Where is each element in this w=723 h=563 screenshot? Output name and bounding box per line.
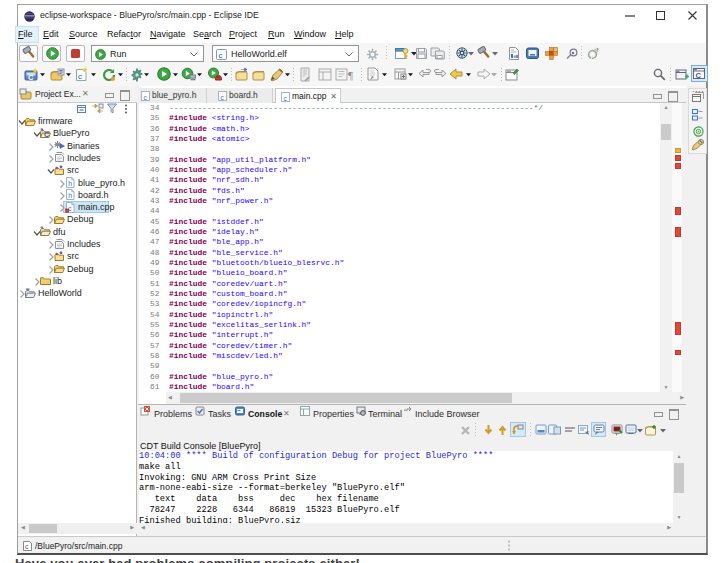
svg-text:C: C (44, 131, 49, 138)
svg-text:“: “ (403, 406, 408, 416)
svg-text:h: h (68, 192, 72, 199)
svg-text:h: h (68, 180, 72, 187)
svg-text:c: c (78, 72, 82, 81)
svg-text:c: c (25, 543, 29, 550)
svg-text:C: C (28, 73, 34, 82)
svg-text:C: C (696, 71, 702, 80)
svg-text:c: c (219, 51, 223, 60)
